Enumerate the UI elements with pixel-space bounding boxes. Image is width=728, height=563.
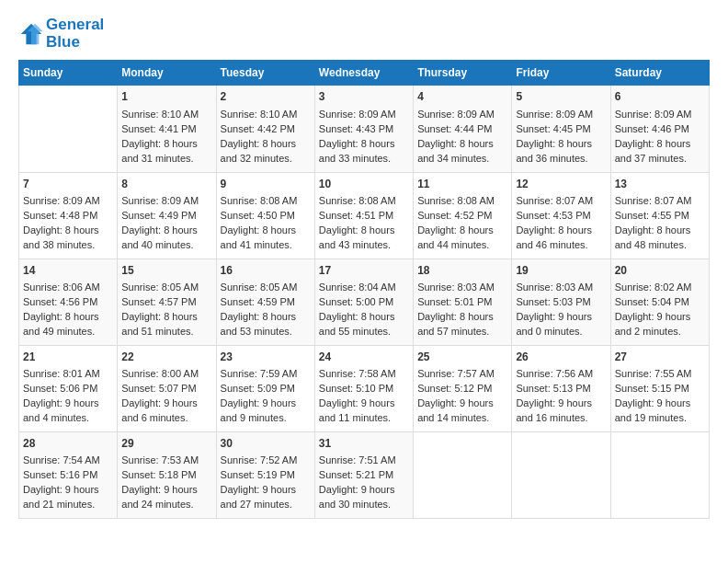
day-header-saturday: Saturday	[610, 61, 709, 86]
day-info: Sunrise: 8:03 AM	[516, 281, 606, 295]
day-info: Sunrise: 8:04 AM	[319, 281, 409, 295]
day-number: 18	[417, 263, 507, 279]
day-number: 19	[516, 263, 606, 279]
day-info: Daylight: 8 hours	[319, 224, 409, 238]
calendar-cell: 26Sunrise: 7:56 AMSunset: 5:13 PMDayligh…	[512, 345, 610, 431]
day-info: Daylight: 9 hours	[516, 396, 606, 411]
day-info: and 49 minutes.	[23, 325, 113, 339]
day-info: and 46 minutes.	[516, 238, 606, 253]
logo-icon	[18, 21, 44, 47]
calendar-cell: 4Sunrise: 8:09 AMSunset: 4:44 PMDaylight…	[414, 86, 512, 172]
day-info: Daylight: 8 hours	[23, 224, 113, 238]
week-row-4: 21Sunrise: 8:01 AMSunset: 5:06 PMDayligh…	[19, 345, 710, 431]
header: General Blue	[18, 17, 710, 51]
day-info: Daylight: 9 hours	[221, 483, 311, 498]
day-info: Sunset: 5:16 PM	[23, 468, 113, 483]
day-info: and 48 minutes.	[615, 238, 705, 253]
day-info: Sunset: 5:12 PM	[417, 382, 507, 396]
day-info: Sunrise: 7:52 AM	[221, 454, 311, 468]
header-row: SundayMondayTuesdayWednesdayThursdayFrid…	[19, 61, 710, 86]
day-info: Sunrise: 8:09 AM	[319, 108, 409, 122]
day-number: 21	[23, 350, 113, 365]
day-number: 10	[319, 177, 409, 192]
day-info: Daylight: 8 hours	[121, 310, 211, 325]
day-info: Sunrise: 7:58 AM	[319, 367, 409, 382]
day-header-thursday: Thursday	[414, 61, 512, 86]
day-number: 11	[417, 177, 507, 192]
calendar-cell: 2Sunrise: 8:10 AMSunset: 4:42 PMDaylight…	[216, 86, 314, 172]
day-info: Daylight: 9 hours	[121, 483, 211, 498]
day-info: Sunrise: 8:00 AM	[121, 367, 211, 382]
day-number: 16	[221, 263, 311, 279]
calendar-cell: 31Sunrise: 7:51 AMSunset: 5:21 PMDayligh…	[314, 431, 413, 518]
day-info: Daylight: 8 hours	[417, 310, 507, 325]
day-info: Sunset: 4:57 PM	[121, 295, 211, 310]
day-info: Sunset: 5:15 PM	[615, 382, 705, 396]
day-info: and 55 minutes.	[319, 325, 409, 339]
day-header-tuesday: Tuesday	[216, 61, 314, 86]
calendar-cell: 15Sunrise: 8:05 AMSunset: 4:57 PMDayligh…	[118, 259, 216, 345]
day-number: 26	[516, 350, 606, 365]
day-info: and 4 minutes.	[23, 411, 113, 426]
calendar-cell: 24Sunrise: 7:58 AMSunset: 5:10 PMDayligh…	[314, 345, 413, 431]
day-info: Sunset: 4:51 PM	[319, 209, 409, 224]
day-info: Sunset: 4:41 PM	[121, 122, 211, 137]
day-info: Sunset: 5:13 PM	[516, 382, 606, 396]
calendar-cell: 5Sunrise: 8:09 AMSunset: 4:45 PMDaylight…	[512, 86, 610, 172]
day-number: 3	[319, 89, 409, 105]
calendar-cell: 18Sunrise: 8:03 AMSunset: 5:01 PMDayligh…	[414, 259, 512, 345]
calendar-table: SundayMondayTuesdayWednesdayThursdayFrid…	[18, 60, 710, 519]
day-info: Sunset: 5:04 PM	[615, 295, 705, 310]
day-number: 29	[121, 436, 211, 452]
day-info: and 16 minutes.	[516, 411, 606, 426]
calendar-cell: 16Sunrise: 8:05 AMSunset: 4:59 PMDayligh…	[216, 259, 314, 345]
day-number: 1	[121, 89, 211, 105]
day-info: Sunrise: 8:06 AM	[23, 281, 113, 295]
day-number: 30	[221, 436, 311, 452]
day-info: Sunrise: 8:03 AM	[417, 281, 507, 295]
day-number: 25	[417, 350, 507, 365]
day-number: 14	[23, 263, 113, 279]
day-number: 12	[516, 177, 606, 192]
day-info: and 41 minutes.	[221, 238, 311, 253]
day-number: 24	[319, 350, 409, 365]
calendar-cell	[610, 431, 709, 518]
week-row-2: 7Sunrise: 8:09 AMSunset: 4:48 PMDaylight…	[19, 172, 710, 259]
day-number: 8	[121, 177, 211, 192]
day-info: Sunrise: 7:57 AM	[417, 367, 507, 382]
day-info: Sunset: 5:03 PM	[516, 295, 606, 310]
day-info: Sunrise: 7:56 AM	[516, 367, 606, 382]
day-info: Sunset: 4:44 PM	[417, 122, 507, 137]
calendar-cell: 19Sunrise: 8:03 AMSunset: 5:03 PMDayligh…	[512, 259, 610, 345]
day-info: Sunrise: 8:02 AM	[615, 281, 705, 295]
day-info: and 31 minutes.	[121, 152, 211, 167]
day-info: Daylight: 9 hours	[23, 483, 113, 498]
day-info: Sunrise: 8:05 AM	[221, 281, 311, 295]
day-info: Daylight: 8 hours	[221, 224, 311, 238]
day-info: Sunrise: 7:51 AM	[319, 454, 409, 468]
day-info: Sunrise: 8:10 AM	[221, 108, 311, 122]
calendar-cell: 7Sunrise: 8:09 AMSunset: 4:48 PMDaylight…	[19, 172, 118, 259]
day-info: Sunrise: 8:09 AM	[516, 108, 606, 122]
day-number: 13	[615, 177, 705, 192]
day-info: Daylight: 9 hours	[23, 396, 113, 411]
page: General Blue SundayMondayTuesdayWednesda…	[0, 0, 728, 528]
day-info: Daylight: 8 hours	[417, 224, 507, 238]
day-info: and 43 minutes.	[319, 238, 409, 253]
day-header-sunday: Sunday	[19, 61, 118, 86]
day-info: and 57 minutes.	[417, 325, 507, 339]
day-info: Sunset: 4:48 PM	[23, 209, 113, 224]
day-number: 7	[23, 177, 113, 192]
day-info: and 11 minutes.	[319, 411, 409, 426]
day-header-wednesday: Wednesday	[314, 61, 413, 86]
day-info: and 0 minutes.	[516, 325, 606, 339]
calendar-cell: 22Sunrise: 8:00 AMSunset: 5:07 PMDayligh…	[118, 345, 216, 431]
day-info: and 19 minutes.	[615, 411, 705, 426]
day-info: Sunrise: 8:08 AM	[221, 194, 311, 209]
day-number: 31	[319, 436, 409, 452]
day-info: Daylight: 8 hours	[221, 137, 311, 152]
day-info: Sunset: 5:18 PM	[121, 468, 211, 483]
day-info: Sunset: 4:59 PM	[221, 295, 311, 310]
day-header-monday: Monday	[118, 61, 216, 86]
day-number: 17	[319, 263, 409, 279]
